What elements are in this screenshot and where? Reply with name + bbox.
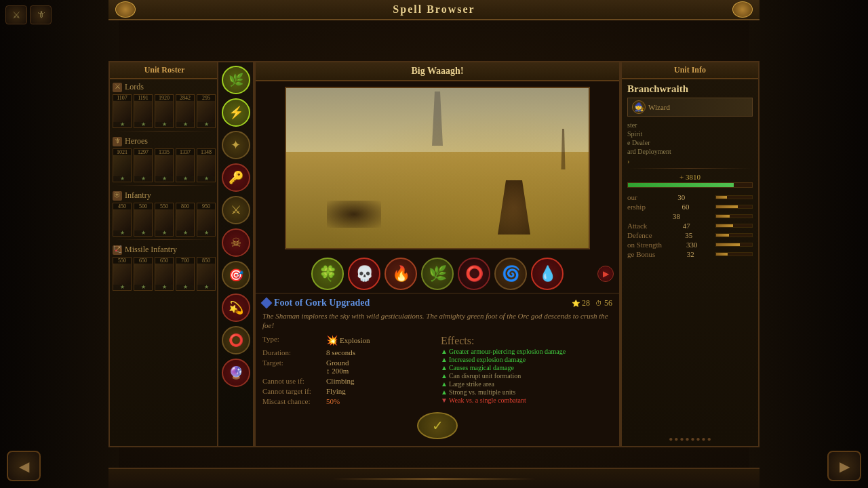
effect-arrow-2: ▲	[441, 364, 448, 371]
spell-sel-1[interactable]: 💀	[348, 258, 380, 290]
spell-selectors-row: 🍀 💀 🔥 🌿 ⭕ 🌀 💧 ▶	[256, 255, 619, 293]
spell-icon-3[interactable]: 🔑	[222, 163, 250, 192]
confirm-button[interactable]: ✓	[417, 412, 458, 439]
infantry-unit-2[interactable]: 550 ★	[155, 203, 174, 237]
stat-row-2: 38	[627, 212, 753, 220]
unit-info-panel: Unit Info Branchwraith 🧙 Wizard ster Spi…	[620, 61, 760, 447]
hero-unit-3[interactable]: 1337 ★	[176, 148, 195, 182]
lord-unit-0[interactable]: 1107 ★	[113, 94, 132, 128]
spell-properties: Type: 💥 Explosion Duration: 8 seconds Ta…	[262, 335, 434, 405]
spell-icon-4[interactable]: ⚔	[222, 196, 250, 224]
trait-3: ard Deployment	[627, 147, 753, 156]
lord-avatar-2	[155, 100, 173, 122]
lord-unit-1[interactable]: 1191 ★	[134, 94, 153, 128]
spell-icon-7[interactable]: 💫	[222, 293, 250, 322]
stat-bar-fill-1	[716, 205, 738, 208]
missile-unit-1[interactable]: 650 ★	[134, 257, 153, 291]
top-nav-btn-2[interactable]: 🗡	[30, 5, 52, 24]
hero-unit-4[interactable]: 1348 ★	[197, 148, 216, 182]
lord-unit-4[interactable]: 295 ★	[197, 94, 216, 128]
spell-sel-0[interactable]: 🍀	[311, 258, 344, 290]
infantry-avatar-0	[113, 209, 131, 230]
nav-forward-button[interactable]: ▶	[827, 451, 861, 481]
unit-hp-value: + 3810	[627, 173, 753, 181]
spell-icon-2[interactable]: ✦	[222, 131, 250, 159]
header-ornament-right	[732, 1, 753, 18]
stat-bar-fill-5	[716, 243, 740, 246]
effect-3: ▲ Can disrupt unit formation	[441, 372, 612, 380]
spell-icon-5[interactable]: ☠	[222, 228, 250, 257]
hero-unit-0[interactable]: 1021 ★	[113, 148, 132, 182]
stat-bar-1	[715, 205, 753, 209]
bottom-icon-4: ●	[691, 435, 695, 443]
infantry-unit-4[interactable]: 950 ★	[197, 203, 216, 237]
unit-stats-list: our 30 ership 60 38 Attack 47	[622, 190, 758, 261]
stat-name-6: ge Bonus	[627, 250, 655, 258]
spell-icon-0[interactable]: 🌿	[222, 66, 250, 94]
bottom-icon-1: ●	[674, 435, 678, 443]
hero-unit-1[interactable]: 1297 ★	[134, 148, 153, 182]
spell-sel-2[interactable]: 🔥	[384, 258, 417, 290]
infantry-avatar-3	[176, 209, 194, 230]
unit-name-title: Branchwraith	[622, 79, 758, 98]
infantry-unit-0[interactable]: 450 ★	[113, 203, 132, 237]
spell-icon-8[interactable]: ⭕	[222, 326, 250, 354]
spell-diamond-icon	[261, 298, 273, 309]
heroes-grid: 1021 ★ 1297 ★ 1335 ★ 1337 ★ 1348	[113, 148, 216, 182]
lord-avatar-3	[176, 100, 194, 122]
bottom-icon-2: ●	[679, 435, 684, 443]
lord-avatar-4	[197, 100, 215, 122]
stat-bar-fill-3	[716, 224, 733, 227]
spell-icon-9[interactable]: 🔮	[222, 359, 250, 387]
top-nav-btn-1[interactable]: ⚔	[5, 5, 27, 24]
hero-unit-2[interactable]: 1335 ★	[155, 148, 174, 182]
trait-2: e Dealer	[627, 138, 753, 147]
spell-scroll-right[interactable]: ▶	[597, 266, 614, 282]
target-label: Target:	[262, 359, 323, 375]
missile-unit-3[interactable]: 700 ★	[176, 257, 195, 291]
missile-unit-2[interactable]: 650 ★	[155, 257, 174, 291]
missile-avatar-0	[113, 263, 131, 285]
effects-label: Effects:	[441, 335, 474, 346]
spell-icon-6[interactable]: 🎯	[222, 261, 250, 289]
duration-label: Duration:	[262, 348, 323, 357]
spell-sel-3[interactable]: 🌿	[421, 258, 454, 290]
chevron-more[interactable]: ›	[627, 157, 753, 165]
unit-hp-bar: + 3810	[627, 173, 753, 188]
spell-stats-effects: Type: 💥 Explosion Duration: 8 seconds Ta…	[262, 335, 612, 405]
stat-row-0: our 30	[627, 193, 753, 201]
missile-unit-4[interactable]: 850 ★	[197, 257, 216, 291]
missile-avatar-3	[176, 263, 194, 285]
spell-icon-1[interactable]: ⚡	[222, 98, 250, 127]
unit-info-bottom-icons: ● ● ● ● ● ● ● ●	[625, 435, 755, 443]
effect-4: ▲ Large strike area	[441, 380, 612, 388]
power-icon: ⭐	[572, 300, 580, 307]
effect-text-6: Weak vs. a single combatant	[449, 396, 526, 404]
lords-section: ⚔ Lords 1107 ★ 1191 ★ 1920 ★ 2842 ★	[110, 79, 219, 128]
stat-row-5: on Strength 330	[627, 241, 753, 249]
top-navigation: ⚔ 🗡	[5, 5, 52, 24]
infantry-avatar-1	[134, 209, 152, 230]
spell-sel-6[interactable]: 💧	[531, 258, 564, 290]
spell-sel-4[interactable]: ⭕	[458, 258, 490, 290]
missile-unit-0[interactable]: 550 ★	[113, 257, 132, 291]
hero-avatar-3	[176, 155, 194, 176]
infantry-unit-1[interactable]: 500 ★	[134, 203, 153, 237]
stat-bar-fill-0	[716, 196, 727, 199]
nav-back-button[interactable]: ◀	[7, 451, 41, 481]
stat-bar-5	[715, 243, 753, 247]
lords-icon: ⚔	[113, 83, 122, 92]
lord-unit-3[interactable]: 2842 ★	[176, 94, 195, 128]
lord-unit-2[interactable]: 1920 ★	[155, 94, 174, 128]
cannot-use-label: Cannot use if:	[262, 377, 323, 385]
lords-section-title: ⚔ Lords	[113, 82, 216, 92]
spell-sel-5[interactable]: 🌀	[494, 258, 527, 290]
effect-2: ▲ Causes magical damage	[441, 364, 612, 371]
infantry-unit-3[interactable]: 800 ★	[176, 203, 195, 237]
time-icon: ⏱	[595, 300, 602, 307]
effect-arrow-5: ▲	[441, 388, 448, 396]
bottom-icon-3: ●	[685, 435, 689, 443]
hero-avatar-4	[197, 155, 215, 176]
stat-name-0: our	[627, 193, 637, 201]
bottom-bar	[108, 468, 760, 488]
